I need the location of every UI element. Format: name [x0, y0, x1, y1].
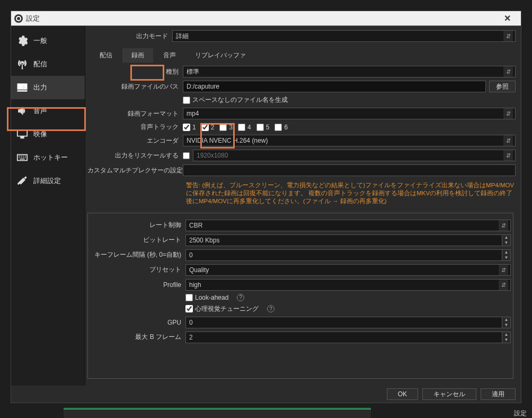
sidebar-item-label: 配信 — [33, 59, 47, 69]
track-2-checkbox[interactable]: 2 — [201, 124, 215, 131]
sidebar-item-video[interactable]: 映像 — [11, 123, 85, 146]
footer: OK キャンセル 適用 — [11, 386, 521, 403]
sidebar-item-label: ホットキー — [33, 153, 68, 162]
rate-control-label: レート制御 — [90, 221, 185, 230]
bitrate-spinner[interactable]: ▲▼ — [502, 235, 510, 246]
rate-control-select[interactable]: CBR — [185, 220, 511, 231]
gear-icon — [15, 34, 29, 48]
cancel-button[interactable]: キャンセル — [422, 388, 476, 400]
encoder-select[interactable]: NVIDIA NVENC H.264 (new) — [183, 135, 516, 146]
encoder-label: エンコーダ — [87, 136, 183, 145]
keyframe-spinner[interactable]: ▲▼ — [502, 250, 510, 260]
track-6-checkbox[interactable]: 6 — [274, 124, 288, 131]
tools-icon — [15, 174, 29, 188]
help-icon[interactable]: ? — [267, 305, 274, 312]
sidebar-item-output[interactable]: 出力 — [11, 76, 85, 99]
path-label: 録画ファイルのパス — [87, 82, 183, 91]
track-4-checkbox[interactable]: 4 — [238, 124, 251, 131]
track-5-checkbox[interactable]: 5 — [256, 124, 270, 131]
sidebar-item-label: 音声 — [33, 106, 47, 116]
help-icon[interactable]: ? — [237, 294, 244, 301]
track-3-checkbox[interactable]: 3 — [219, 124, 233, 131]
recording-path-input[interactable]: D:/caputure — [183, 81, 486, 92]
tab-replay-buffer[interactable]: リプレイバッファ — [186, 48, 255, 63]
main-panel: 出力モード 詳細 配信 録画 音声 リプレイバッファ 種別 標準 録画ファイルの… — [85, 26, 521, 386]
format-label: 録画フォーマット — [87, 109, 183, 118]
output-mode-select[interactable]: 詳細 — [172, 30, 516, 42]
sidebar-item-stream[interactable]: 配信 — [11, 53, 85, 76]
preset-label: プリセット — [90, 265, 185, 274]
background-settings-text: 設定 — [514, 409, 527, 418]
sidebar-item-hotkeys[interactable]: ホットキー — [11, 146, 85, 169]
tab-stream[interactable]: 配信 — [91, 48, 121, 63]
background-status-bar — [64, 407, 371, 418]
speaker-icon — [15, 104, 29, 118]
recording-type-select[interactable]: 標準 — [183, 66, 516, 77]
track-1-checkbox[interactable]: 1 — [183, 124, 196, 131]
settings-window: 設定 ✕ 一般 配信 出力 — [11, 11, 521, 403]
rescale-label: 出力をリスケールする — [87, 151, 183, 160]
titlebar: 設定 ✕ — [11, 11, 521, 26]
mp4-warning-text: 警告: (例えば、ブルースクリーン、電力損失などの結果として)ファイルをファイナ… — [87, 179, 516, 207]
gpu-input[interactable]: 0 — [185, 317, 511, 328]
sidebar-item-label: 一般 — [33, 36, 47, 46]
preset-select[interactable]: Quality — [185, 264, 511, 276]
monitor-icon — [15, 127, 29, 141]
app-icon — [14, 14, 23, 23]
output-tabs: 配信 録画 音声 リプレイバッファ — [87, 48, 516, 63]
keyframe-input[interactable]: 0 — [185, 249, 511, 261]
sidebar-item-general[interactable]: 一般 — [11, 29, 85, 53]
rescale-checkbox[interactable] — [183, 152, 190, 159]
profile-select[interactable]: high — [185, 279, 511, 291]
tab-record[interactable]: 録画 — [122, 48, 153, 63]
bitrate-input[interactable]: 2500 Kbps — [185, 234, 511, 246]
gpu-label: GPU — [90, 319, 185, 326]
bframes-label: 最大 B フレーム — [90, 333, 185, 342]
monitor-output-icon — [15, 81, 29, 94]
sidebar-item-label: 映像 — [33, 129, 47, 139]
bframes-input[interactable]: 2 — [185, 332, 511, 343]
sidebar-item-label: 出力 — [33, 83, 47, 92]
sidebar-item-audio[interactable]: 音声 — [11, 99, 85, 123]
encoder-settings-panel: レート制御 CBR ビットレート 2500 Kbps ▲▼ キーフレーム間隔 (… — [87, 213, 513, 379]
lookahead-checkbox[interactable]: Look-ahead — [185, 294, 228, 301]
bframes-spinner[interactable]: ▲▼ — [502, 332, 510, 343]
keyboard-icon — [15, 151, 29, 164]
rescale-resolution-select[interactable]: 1920x1080 — [193, 150, 516, 161]
profile-label: Profile — [90, 281, 185, 289]
sidebar-item-label: 詳細設定 — [33, 176, 61, 186]
tracks-label: 音声トラック — [87, 123, 183, 132]
browse-button[interactable]: 参照 — [489, 81, 516, 92]
muxer-label: カスタムマルチプレクサーの設定 — [87, 166, 183, 175]
sidebar-item-advanced[interactable]: 詳細設定 — [11, 169, 85, 193]
tab-audio[interactable]: 音声 — [154, 48, 185, 63]
sidebar: 一般 配信 出力 音声 — [11, 26, 85, 386]
bitrate-label: ビットレート — [90, 236, 185, 245]
close-button[interactable]: ✕ — [496, 13, 518, 23]
output-mode-label: 出力モード — [87, 32, 172, 41]
psycho-visual-checkbox[interactable]: 心理視覚チューニング — [185, 304, 259, 314]
nospace-filename-checkbox[interactable]: スペースなしのファイル名を生成 — [183, 95, 288, 104]
keyframe-label: キーフレーム間隔 (秒, 0=自動) — [90, 250, 185, 259]
gpu-spinner[interactable]: ▲▼ — [502, 317, 510, 328]
type-label: 種別 — [87, 67, 183, 76]
recording-format-select[interactable]: mp4 — [183, 108, 516, 119]
ok-button[interactable]: OK — [387, 388, 418, 400]
window-title: 設定 — [26, 14, 40, 23]
muxer-settings-input[interactable] — [183, 164, 516, 176]
antenna-icon — [15, 57, 29, 71]
apply-button[interactable]: 適用 — [481, 388, 516, 400]
